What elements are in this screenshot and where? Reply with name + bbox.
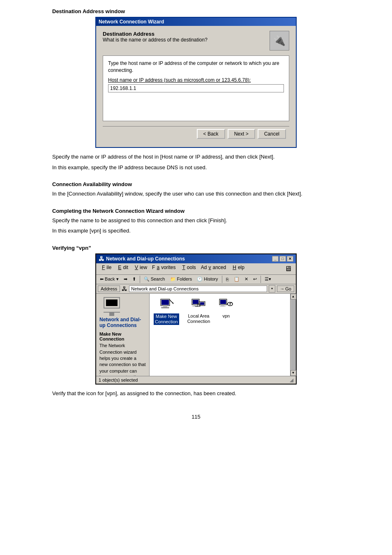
svg-rect-18 — [221, 305, 224, 306]
network-connection-wizard-dialog: Network Connection Wizard Destination Ad… — [95, 17, 297, 148]
local-area-connection-label: Local AreaConnection — [187, 313, 210, 324]
dialog-header-text: Destination Address What is the name or … — [103, 31, 208, 43]
explorer-body: Network and Dial-up Connections Make New… — [96, 294, 296, 376]
section-connection-availability: Connection Availability window In the [C… — [52, 181, 340, 198]
move-toolbar-btn[interactable]: 📋 — [232, 276, 242, 283]
section2-desc: In the [Connection Availability] window,… — [52, 190, 340, 198]
go-label: Go — [285, 286, 291, 291]
dialog-titlebar: Network Connection Wizard — [96, 18, 296, 26]
explorer-menubar: File Edit View Favorites Tools Advanced … — [96, 263, 296, 275]
section1-desc1: Specify the name or IP address of the ho… — [52, 153, 340, 161]
close-button[interactable]: ✕ — [287, 256, 293, 262]
sidebar-text: The Network Connection wizard helps you … — [99, 343, 146, 375]
make-new-connection-label: Make NewConnection — [154, 313, 179, 325]
toolbar-sep1 — [140, 276, 140, 283]
menu-advanced[interactable]: Advanced — [199, 264, 228, 274]
forward-toolbar-btn[interactable]: ➡ — [122, 276, 129, 283]
explorer-titlebar-buttons: _ □ ✕ — [272, 256, 293, 262]
next-button[interactable]: Next > — [228, 129, 255, 139]
explorer-sidebar: Network and Dial-up Connections Make New… — [96, 294, 150, 376]
explorer-right-icon: 🖥 — [283, 264, 293, 274]
page-content: Destination Address window Network Conne… — [52, 8, 340, 420]
menu-tools[interactable]: Tools — [179, 264, 197, 274]
sidebar-title: Network and Dial-up Connections — [99, 317, 146, 329]
ip-address-label: Host name or IP address (such as microso… — [108, 77, 284, 83]
svg-rect-3 — [161, 307, 169, 308]
explorer-title-text: Network and Dial-up Connections — [106, 256, 185, 262]
copy-toolbar-btn[interactable]: ⎘ — [224, 276, 231, 283]
undo-toolbar-btn[interactable]: ↩ — [251, 276, 259, 283]
delete-toolbar-btn[interactable]: ✕ — [242, 276, 250, 283]
menu-favorites[interactable]: Favorites — [150, 264, 177, 274]
maximize-button[interactable]: □ — [279, 256, 286, 262]
go-arrow-icon: → — [280, 286, 284, 291]
network-main-icon — [99, 296, 124, 317]
menu-edit[interactable]: Edit — [115, 264, 130, 274]
ip-address-input[interactable] — [108, 84, 284, 92]
folders-toolbar-btn[interactable]: 📁 Folders — [168, 276, 194, 283]
explorer-main: Make NewConnection — [150, 294, 290, 376]
svg-rect-19 — [220, 306, 226, 307]
local-area-connection-icon[interactable]: Local AreaConnection — [187, 298, 210, 324]
page-number: 115 — [52, 414, 340, 420]
view-toolbar-btn[interactable]: ☰▾ — [263, 276, 273, 283]
section3-desc2: In this example [vpn] is specified. — [52, 227, 340, 235]
statusbar-resize: ◢ — [290, 377, 293, 383]
explorer-toolbar: ⬅ Back ▾ ➡ ⬆ 🔍 Search 📁 Folders 🕐 Histor… — [96, 275, 296, 284]
section3-desc1: Specify the name to be assigned to this … — [52, 216, 340, 225]
section1-title: Destination Address window — [52, 8, 340, 14]
sidebar-scrollbar[interactable]: ▲ ▼ — [290, 294, 296, 376]
minimize-button[interactable]: _ — [272, 256, 279, 262]
section1-desc2: In this example, specify the IP address … — [52, 164, 340, 172]
go-button[interactable]: → Go — [277, 286, 294, 292]
label-rest: ost name or IP address (such as microsof… — [112, 77, 251, 83]
svg-rect-1 — [161, 300, 169, 305]
local-area-svg — [191, 298, 206, 312]
local-area-connection-img — [191, 298, 206, 313]
dialog-content: Destination Address What is the name or … — [96, 26, 296, 147]
section4-desc: Verify that the icon for [vpn], as assig… — [52, 389, 340, 398]
dialog-instruction: Type the host name or IP address of the … — [108, 60, 284, 74]
scrollbar-down-btn[interactable]: ▼ — [291, 370, 296, 376]
section-destination-address: Destination Address window Network Conne… — [52, 8, 340, 171]
search-toolbar-btn[interactable]: 🔍 Search — [142, 276, 167, 283]
section2-title: Connection Availability window — [52, 181, 340, 187]
up-toolbar-btn[interactable]: ⬆ — [130, 276, 138, 283]
dialog-title-text: Network Connection Wizard — [99, 19, 164, 25]
make-new-connection-svg — [159, 298, 174, 312]
dialog-inner-content: Type the host name or IP address of the … — [103, 55, 289, 121]
back-toolbar-btn[interactable]: ⬅ Back ▾ — [98, 276, 121, 283]
explorer-statusbar: 1 object(s) selected ◢ — [96, 376, 296, 384]
explorer-window: 🖧 Network and Dial-up Connections _ □ ✕ … — [95, 253, 297, 385]
scrollbar-up-btn[interactable]: ▲ — [291, 294, 296, 299]
section-completing-wizard: Completing the Network Connection Wizard… — [52, 208, 340, 235]
menu-help[interactable]: Help — [229, 264, 246, 274]
svg-rect-7 — [193, 300, 198, 304]
svg-rect-2 — [163, 306, 167, 307]
address-icon: 🖧 — [122, 286, 127, 292]
toolbar-sep2 — [222, 276, 222, 283]
back-button[interactable]: < Back — [197, 129, 225, 139]
vpn-img — [218, 298, 234, 313]
address-input[interactable] — [129, 286, 267, 292]
menu-view[interactable]: View — [131, 264, 149, 274]
cancel-button[interactable]: Cancel — [258, 129, 286, 139]
section-verifying-vpn: Verifying “vpn” 🖧 Network and Dial-up Co… — [52, 245, 340, 398]
section4-title: Verifying “vpn” — [52, 245, 340, 251]
vpn-label: vpn — [222, 313, 230, 319]
svg-point-22 — [230, 303, 231, 304]
address-label: Address — [98, 286, 120, 292]
scrollbar-track — [291, 299, 296, 370]
history-toolbar-btn[interactable]: 🕐 History — [195, 276, 220, 283]
make-new-connection-icon[interactable]: Make NewConnection — [154, 298, 179, 325]
section3-title: Completing the Network Connection Wizard… — [52, 208, 340, 214]
statusbar-text: 1 object(s) selected — [99, 378, 138, 382]
vpn-svg — [219, 298, 233, 312]
explorer-titlebar-left: 🖧 Network and Dial-up Connections — [99, 256, 185, 262]
dialog-subheading: What is the name or address of the desti… — [103, 37, 208, 43]
address-dropdown-btn[interactable]: ▾ — [269, 285, 275, 292]
svg-line-4 — [170, 300, 173, 303]
menu-file[interactable]: File — [99, 264, 113, 274]
vpn-icon[interactable]: vpn — [218, 298, 234, 319]
explorer-titlebar-icon: 🖧 — [99, 256, 104, 262]
